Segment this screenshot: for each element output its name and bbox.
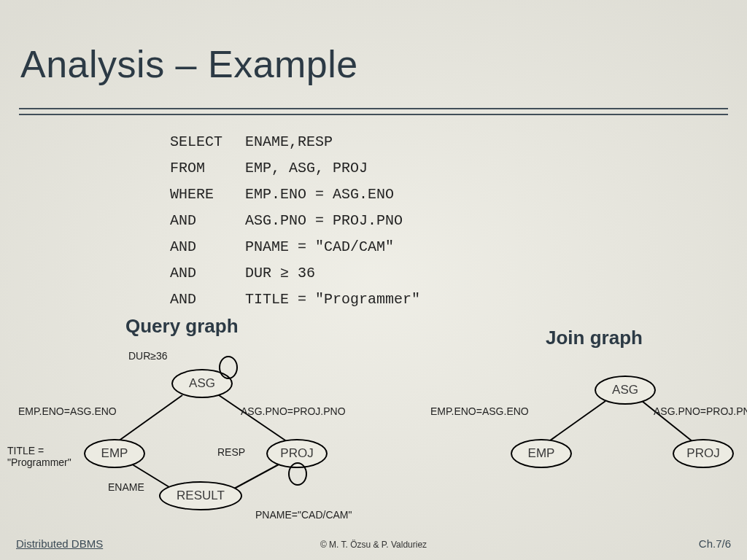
sql-kw: FROM xyxy=(169,156,243,181)
node-proj: PROJ xyxy=(266,439,328,468)
label-resp: RESP xyxy=(217,446,245,458)
label-eno: EMP.ENO=ASG.ENO xyxy=(18,405,117,417)
label-pname: PNAME="CAD/CAM" xyxy=(255,509,352,521)
node-asg: ASG xyxy=(171,369,233,398)
sql-val: EMP, ASG, PROJ xyxy=(244,156,421,181)
label-dur: DUR≥36 xyxy=(128,350,168,362)
sql-kw: AND xyxy=(169,209,243,233)
node-asg-jg: ASG xyxy=(595,376,656,405)
svg-line-2 xyxy=(124,459,179,493)
join-graph-heading: Join graph xyxy=(546,327,643,349)
sql-val: DUR ≥ 36 xyxy=(244,261,421,286)
sql-val: PNAME = "CAD/CAM" xyxy=(244,235,421,260)
node-emp: EMP xyxy=(84,439,145,468)
label-eno-jg: EMP.ENO=ASG.ENO xyxy=(430,405,529,417)
loop-proj xyxy=(288,462,307,486)
sql-kw: AND xyxy=(169,261,243,286)
sql-block: SELECTENAME,RESP FROMEMP, ASG, PROJ WHER… xyxy=(168,128,422,314)
node-result: RESULT xyxy=(159,481,242,510)
svg-line-0 xyxy=(113,395,182,445)
footer-right: Ch.7/6 xyxy=(699,537,731,550)
label-pno: ASG.PNO=PROJ.PNO xyxy=(241,405,346,417)
sql-val: TITLE = "Programmer" xyxy=(244,287,421,312)
sql-kw: AND xyxy=(169,287,243,312)
svg-line-1 xyxy=(219,395,292,445)
sql-kw: SELECT xyxy=(169,130,243,155)
svg-line-5 xyxy=(642,401,700,448)
query-graph-heading: Query graph xyxy=(125,315,239,338)
label-ename: ENAME xyxy=(108,481,144,493)
label-title: TITLE = "Programmer" xyxy=(7,445,84,468)
sql-val: EMP.ENO = ASG.ENO xyxy=(244,182,421,207)
label-pno-jg: ASG.PNO=PROJ.PNO xyxy=(654,405,747,417)
loop-asg xyxy=(219,356,238,379)
node-emp-jg: EMP xyxy=(511,439,572,468)
svg-line-4 xyxy=(540,401,605,448)
node-proj-jg: PROJ xyxy=(673,439,734,468)
footer-center: © M. T. Özsu & P. Valduriez xyxy=(0,540,747,550)
sql-val: ENAME,RESP xyxy=(244,130,421,155)
svg-line-3 xyxy=(226,459,288,493)
sql-kw: WHERE xyxy=(169,182,243,207)
sql-val: ASG.PNO = PROJ.PNO xyxy=(244,209,421,233)
sql-kw: AND xyxy=(169,235,243,260)
slide-title: Analysis – Example xyxy=(20,42,358,86)
title-rule xyxy=(19,108,728,115)
